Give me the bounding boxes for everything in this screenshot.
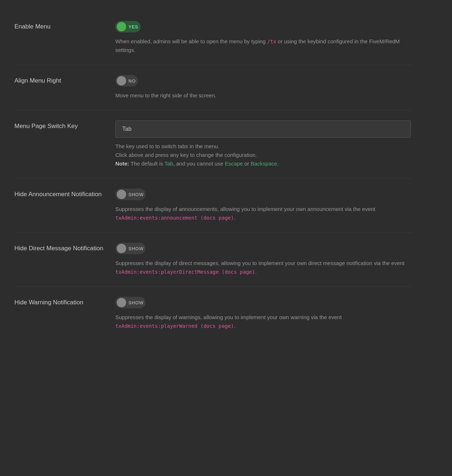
align-menu-right-content: NO Move menu to the right side of the sc…	[108, 75, 411, 100]
toggle-label: YES	[128, 24, 138, 30]
menu-page-switch-key-label: Menu Page Switch Key	[14, 120, 108, 131]
hide-warning-desc-before: Suppresses the display of warnings, allo…	[115, 314, 342, 320]
hide-announcement-toggle[interactable]: SHOW	[115, 189, 146, 200]
hide-announcement-content: SHOW Suppresses the display of announcem…	[108, 189, 411, 222]
hide-announcement-label: Hide Announcement Notification	[14, 189, 108, 199]
setting-row-hide-direct-message: Hide Direct Message Notification SHOW Su…	[14, 233, 411, 287]
desc-line1: The key used to to switch tabs in the me…	[115, 143, 220, 149]
note-prefix: Note:	[115, 160, 129, 167]
hide-warning-desc-link: (docs page)	[198, 323, 234, 329]
hide-warning-label: Hide Warning Notification	[14, 297, 108, 307]
hide-warning-description: Suppresses the display of warnings, allo…	[115, 313, 411, 330]
hide-direct-message-content: SHOW Suppresses the display of direct me…	[108, 243, 411, 276]
setting-row-hide-announcement: Hide Announcement Notification SHOW Supp…	[14, 178, 411, 233]
note-middle: , and you cannot use	[173, 160, 225, 167]
toggle-knob	[117, 190, 126, 199]
enable-menu-label: Enable Menu	[14, 21, 108, 31]
toggle-knob	[117, 22, 126, 31]
align-menu-right-toggle[interactable]: NO	[115, 75, 138, 87]
note-escape: Escape	[225, 160, 243, 167]
hide-announcement-desc-end: .	[234, 215, 235, 221]
setting-row-hide-warning: Hide Warning Notification SHOW Suppresse…	[14, 287, 411, 340]
note-end: .	[277, 160, 279, 167]
hide-dm-desc-end: .	[255, 269, 257, 275]
toggle-label: SHOW	[128, 300, 143, 305]
hide-announcement-desc-code: txAdmin:events:announcement	[115, 215, 198, 221]
settings-container: Enable Menu YES When enabled, admins wil…	[14, 11, 411, 340]
hide-dm-desc-before: Suppresses the display of direct message…	[115, 260, 404, 266]
hide-warning-content: SHOW Suppresses the display of warnings,…	[108, 297, 411, 330]
toggle-knob	[117, 244, 126, 253]
note-text: The default is	[129, 160, 164, 167]
note-or: or	[243, 160, 251, 167]
hide-direct-message-description: Suppresses the display of direct message…	[115, 259, 411, 276]
hide-announcement-desc-link: (docs page)	[198, 215, 234, 221]
align-menu-right-label: Align Menu Right	[14, 75, 108, 85]
enable-menu-desc-before: When enabled, admins will be able to ope…	[115, 38, 267, 44]
hide-warning-desc-end: .	[234, 323, 235, 329]
setting-row-menu-page-switch-key: Menu Page Switch Key The key used to to …	[14, 110, 411, 178]
hide-warning-desc-code: txAdmin:events:playerWarned	[115, 323, 198, 329]
desc-line2: Click above and press any key to change …	[115, 152, 257, 158]
enable-menu-content: YES When enabled, admins will be able to…	[108, 21, 411, 54]
hide-dm-desc-code: txAdmin:events:playerDirectMessage	[115, 269, 219, 275]
toggle-label: SHOW	[128, 192, 143, 197]
toggle-label: NO	[128, 78, 136, 84]
setting-row-align-menu-right: Align Menu Right NO Move menu to the rig…	[14, 65, 411, 110]
hide-announcement-description: Suppresses the display of announcements,…	[115, 205, 411, 222]
enable-menu-toggle[interactable]: YES	[115, 21, 141, 32]
toggle-label: SHOW	[128, 246, 143, 251]
note-backspace: Backspace	[251, 160, 277, 167]
enable-menu-description: When enabled, admins will be able to ope…	[115, 37, 411, 54]
toggle-knob	[117, 76, 126, 85]
align-menu-right-description: Move menu to the right side of the scree…	[115, 91, 411, 100]
hide-announcement-desc-before: Suppresses the display of announcements,…	[115, 206, 375, 212]
hide-warning-toggle[interactable]: SHOW	[115, 297, 146, 308]
menu-page-switch-key-description: The key used to to switch tabs in the me…	[115, 142, 411, 168]
hide-dm-desc-link: (docs page)	[219, 269, 255, 275]
setting-row-enable-menu: Enable Menu YES When enabled, admins wil…	[14, 11, 411, 65]
hide-direct-message-label: Hide Direct Message Notification	[14, 243, 108, 253]
key-input[interactable]	[115, 120, 411, 138]
toggle-knob	[117, 298, 126, 307]
menu-page-switch-key-content: The key used to to switch tabs in the me…	[108, 120, 411, 168]
note-tab: Tab	[164, 160, 173, 167]
hide-direct-message-toggle[interactable]: SHOW	[115, 243, 146, 254]
enable-menu-desc-code: /tx	[267, 39, 276, 44]
